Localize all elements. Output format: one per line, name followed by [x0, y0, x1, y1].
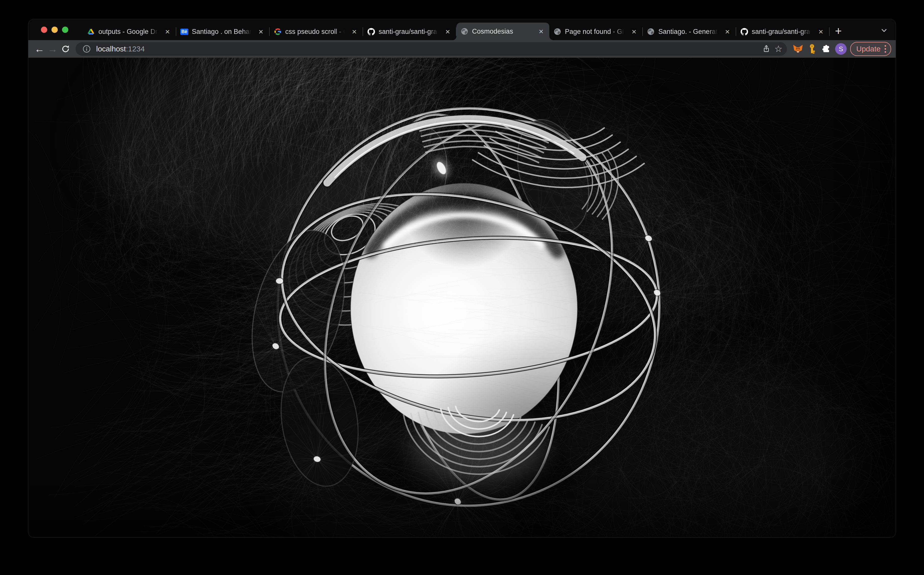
tab-title: santi-grau/santi-grau...: [752, 28, 812, 36]
google-drive-icon: [87, 28, 95, 36]
tab-title: css pseudo scroll - Goo: [285, 28, 346, 36]
tab-close-icon[interactable]: ×: [443, 27, 452, 37]
tab-github-repo[interactable]: santi-grau/santi-grau... ×: [363, 23, 456, 40]
url-port: :1234: [126, 44, 145, 53]
page-content: [29, 58, 895, 537]
tab-title: santi-grau/santi-grau...: [379, 28, 440, 36]
tab-title: Page not found · GitHub: [565, 28, 626, 36]
globe-icon: [460, 27, 468, 35]
window-minimize-button[interactable]: [51, 27, 58, 33]
tab-close-icon[interactable]: ×: [163, 27, 172, 37]
tab-close-icon[interactable]: ×: [349, 27, 359, 37]
behance-icon: Bē: [180, 28, 188, 36]
tab-title: Santiago. - Generative: [658, 28, 719, 36]
github-icon: [740, 28, 748, 36]
generative-artwork-canvas: [29, 58, 895, 537]
tab-strip: outputs - Google Drive × Bē Santiago . o…: [29, 19, 895, 40]
reload-button[interactable]: [59, 42, 72, 56]
tab-title: Cosmodesias: [472, 28, 533, 35]
back-button[interactable]: ←: [33, 42, 46, 56]
tab-cosmodesias-active[interactable]: Cosmodesias ×: [456, 22, 550, 40]
traffic-lights: [41, 27, 68, 33]
toolbar: ← → localhost:1234: [29, 40, 895, 58]
extensions-puzzle-icon[interactable]: [820, 42, 833, 56]
tab-page-not-found[interactable]: Page not found · GitHub ×: [550, 23, 642, 40]
tab-separator: [829, 27, 830, 36]
globe-icon: [553, 28, 561, 36]
tab-close-icon[interactable]: ×: [536, 27, 546, 36]
google-icon: [274, 28, 282, 36]
tab-close-icon[interactable]: ×: [256, 27, 266, 37]
key-extension-icon[interactable]: [806, 42, 819, 56]
github-icon: [367, 28, 375, 36]
tab-close-icon[interactable]: ×: [816, 27, 825, 37]
share-icon[interactable]: [760, 43, 772, 55]
tab-close-icon[interactable]: ×: [723, 27, 732, 37]
browser-window: outputs - Google Drive × Bē Santiago . o…: [29, 19, 895, 537]
profile-avatar[interactable]: S: [835, 43, 847, 55]
tab-behance[interactable]: Bē Santiago . on Behance ×: [176, 23, 269, 40]
bookmark-star-icon[interactable]: ☆: [772, 43, 784, 55]
url-host: localhost: [96, 44, 126, 53]
tab-google-drive[interactable]: outputs - Google Drive ×: [83, 23, 176, 40]
window-zoom-button[interactable]: [62, 27, 68, 33]
window-close-button[interactable]: [41, 27, 47, 33]
site-info-icon[interactable]: [81, 43, 92, 55]
tab-title: Santiago . on Behance: [192, 28, 253, 36]
tab-github-repo-2[interactable]: santi-grau/santi-grau... ×: [736, 23, 829, 40]
tab-google-search[interactable]: css pseudo scroll - Goo ×: [270, 23, 363, 40]
tab-close-icon[interactable]: ×: [629, 27, 639, 37]
browser-menu-icon[interactable]: [884, 45, 886, 53]
forward-button[interactable]: →: [46, 42, 59, 56]
tabs: outputs - Google Drive × Bē Santiago . o…: [83, 19, 846, 40]
update-button[interactable]: Update: [850, 42, 891, 56]
address-bar[interactable]: localhost:1234 ☆: [76, 42, 787, 56]
new-tab-button[interactable]: +: [831, 24, 846, 38]
tab-search-chevron-icon[interactable]: [879, 25, 889, 35]
metamask-extension-icon[interactable]: [792, 42, 805, 56]
tab-title: outputs - Google Drive: [99, 28, 159, 36]
update-label: Update: [856, 44, 881, 53]
desktop-background: outputs - Google Drive × Bē Santiago . o…: [0, 0, 924, 575]
tab-santiago-generative[interactable]: Santiago. - Generative ×: [643, 23, 736, 40]
globe-icon: [647, 28, 655, 36]
